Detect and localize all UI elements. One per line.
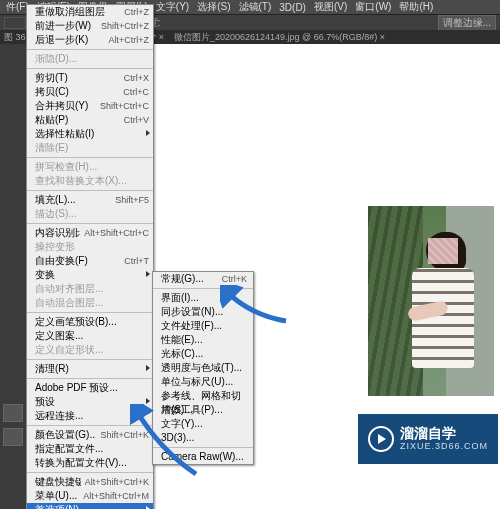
- menu-item-10[interactable]: 选择性粘贴(I): [27, 127, 153, 141]
- submenu-item-3[interactable]: 同步设置(N)...: [153, 305, 253, 319]
- edit-menu-dropdown: 重做取消组图层Ctrl+Z前进一步(W)Shift+Ctrl+Z后退一步(K)A…: [26, 4, 154, 509]
- submenu-item-0[interactable]: 常规(G)...Ctrl+K: [153, 272, 253, 286]
- menu-item-42[interactable]: 首选项(N): [27, 503, 153, 509]
- logo-url: ZIXUE.3D66.COM: [400, 442, 488, 452]
- logo-title: 溜溜自学: [400, 426, 488, 441]
- submenu-item-6[interactable]: 光标(C)...: [153, 347, 253, 361]
- photo-person: [408, 234, 476, 384]
- menu-item-37[interactable]: 指定配置文件...: [27, 442, 153, 456]
- menu-item-13: 拼写检查(H)...: [27, 160, 153, 174]
- menu-item-2[interactable]: 后退一步(K)Alt+Ctrl+Z: [27, 33, 153, 47]
- submenu-item-10[interactable]: 增效工具(P)...: [153, 403, 253, 417]
- left-gutter: [0, 44, 26, 509]
- menu-item-14: 查找和替换文本(X)...: [27, 174, 153, 188]
- menu-item-30[interactable]: 清理(R): [27, 362, 153, 376]
- menu-select[interactable]: 选择(S): [197, 0, 230, 14]
- menu-item-28: 定义自定形状...: [27, 343, 153, 357]
- submenu-item-2[interactable]: 界面(I)...: [153, 291, 253, 305]
- menu-item-34[interactable]: 远程连接...: [27, 409, 153, 423]
- menu-item-33[interactable]: 预设: [27, 395, 153, 409]
- submenu-item-8[interactable]: 单位与标尺(U)...: [153, 375, 253, 389]
- menu-item-36[interactable]: 颜色设置(G)...Shift+Ctrl+K: [27, 428, 153, 442]
- menu-type[interactable]: 文字(Y): [156, 0, 189, 14]
- refine-edge-button[interactable]: 调整边缘...: [438, 15, 496, 31]
- menu-window[interactable]: 窗口(W): [355, 0, 391, 14]
- preferences-submenu: 常规(G)...Ctrl+K界面(I)...同步设置(N)...文件处理(F).…: [152, 271, 254, 465]
- play-icon: [368, 426, 394, 452]
- menu-item-23: 自动对齐图层...: [27, 282, 153, 296]
- menu-item-38[interactable]: 转换为配置文件(V)...: [27, 456, 153, 470]
- menu-3d[interactable]: 3D(D): [279, 2, 306, 13]
- menu-item-27[interactable]: 定义图案...: [27, 329, 153, 343]
- photo-face-pixelated: [428, 238, 458, 264]
- menu-item-19[interactable]: 内容识别比例Alt+Shift+Ctrl+C: [27, 226, 153, 240]
- submenu-item-4[interactable]: 文件处理(F)...: [153, 319, 253, 333]
- menu-item-0[interactable]: 重做取消组图层Ctrl+Z: [27, 5, 153, 19]
- menu-item-17: 描边(S)...: [27, 207, 153, 221]
- menu-item-16[interactable]: 填充(L)...Shift+F5: [27, 193, 153, 207]
- menu-item-32[interactable]: Adobe PDF 预设...: [27, 381, 153, 395]
- submenu-item-7[interactable]: 透明度与色域(T)...: [153, 361, 253, 375]
- menu-item-1[interactable]: 前进一步(W)Shift+Ctrl+Z: [27, 19, 153, 33]
- tab-doc-3[interactable]: 微信图片_20200626124149.jpg @ 66.7%(RGB/8#) …: [174, 31, 385, 44]
- tool-swatch[interactable]: [4, 17, 26, 29]
- canvas-photo: [368, 206, 494, 396]
- menu-item-24: 自动混合图层...: [27, 296, 153, 310]
- menu-item-21[interactable]: 自由变换(F)Ctrl+T: [27, 254, 153, 268]
- menu-item-20: 操控变形: [27, 240, 153, 254]
- menu-view[interactable]: 视图(V): [314, 0, 347, 14]
- watermark-logo: 溜溜自学 ZIXUE.3D66.COM: [358, 414, 498, 464]
- menu-item-6[interactable]: 剪切(T)Ctrl+X: [27, 71, 153, 85]
- menu-help[interactable]: 帮助(H): [399, 0, 433, 14]
- gutter-thumb-2[interactable]: [3, 428, 23, 446]
- menu-item-41[interactable]: 菜单(U)...Alt+Shift+Ctrl+M: [27, 489, 153, 503]
- menu-item-7[interactable]: 拷贝(C)Ctrl+C: [27, 85, 153, 99]
- menu-filter[interactable]: 滤镜(T): [239, 0, 272, 14]
- submenu-item-12[interactable]: 3D(3)...: [153, 431, 253, 445]
- menu-item-11: 清除(E): [27, 141, 153, 155]
- submenu-item-9[interactable]: 参考线、网格和切片(S)...: [153, 389, 253, 403]
- menu-item-9[interactable]: 粘贴(P)Ctrl+V: [27, 113, 153, 127]
- submenu-item-14[interactable]: Camera Raw(W)...: [153, 450, 253, 464]
- menu-item-8[interactable]: 合并拷贝(Y)Shift+Ctrl+C: [27, 99, 153, 113]
- menu-item-22[interactable]: 变换: [27, 268, 153, 282]
- menu-item-4: 渐隐(D)...: [27, 52, 153, 66]
- submenu-item-11[interactable]: 文字(Y)...: [153, 417, 253, 431]
- gutter-thumb-1[interactable]: [3, 404, 23, 422]
- menu-item-26[interactable]: 定义画笔预设(B)...: [27, 315, 153, 329]
- menu-item-40[interactable]: 键盘快捷键...Alt+Shift+Ctrl+K: [27, 475, 153, 489]
- submenu-item-5[interactable]: 性能(E)...: [153, 333, 253, 347]
